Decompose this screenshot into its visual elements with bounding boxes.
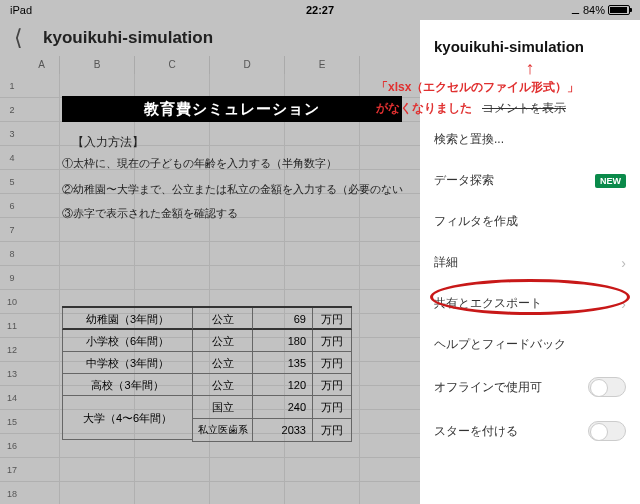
step-1: ①太枠に、現在の子どもの年齢を入力する（半角数字）	[62, 156, 337, 171]
col-E[interactable]: E	[285, 56, 360, 74]
battery-pct: 84%	[583, 4, 605, 16]
back-icon[interactable]: ⟨	[14, 25, 23, 51]
sheet-title-band: 教育費シミュレーション	[62, 96, 402, 122]
col-D[interactable]: D	[210, 56, 285, 74]
spreadsheet: A B C D E 1 2 3 4 5 6 7 8 9 10 11 12 13 …	[0, 56, 420, 504]
col-A[interactable]: A	[24, 56, 60, 74]
col-B[interactable]: B	[60, 56, 135, 74]
star-toggle[interactable]	[588, 421, 626, 441]
annotation-arrow: ↑	[420, 59, 640, 77]
menu-offline[interactable]: オフラインで使用可	[420, 365, 640, 409]
chevron-right-icon: ›	[621, 296, 626, 312]
menu-show-comments[interactable]: コメントを表示	[482, 100, 566, 117]
new-badge: NEW	[595, 174, 626, 188]
menu-explore[interactable]: データ探索NEW	[420, 160, 640, 201]
input-method-label: 【入力方法】	[72, 134, 144, 151]
step-2: ②幼稚園〜大学まで、公立または私立の金額を入力する（必要のない	[62, 182, 403, 197]
status-bar: iPad 22:27 ⚊ 84%	[0, 0, 640, 20]
bluetooth-icon: ⚊	[571, 5, 580, 16]
overflow-menu-panel: kyouikuhi-simulation ↑ 「xlsx（エクセルのファイル形式…	[420, 20, 640, 504]
annotation-line-2: がなくなりました	[370, 98, 478, 119]
panel-file-title: kyouikuhi-simulation	[420, 20, 640, 59]
offline-toggle[interactable]	[588, 377, 626, 397]
status-right: ⚊ 84%	[423, 4, 630, 16]
battery-icon	[608, 5, 630, 15]
education-cost-table: 幼稚園（3年間）公立69万円 小学校（6年間）公立180万円 中学校（3年間）公…	[62, 306, 352, 418]
menu-star[interactable]: スターを付ける	[420, 409, 640, 453]
menu-share-export[interactable]: 共有とエクスポート›	[420, 283, 640, 324]
col-C[interactable]: C	[135, 56, 210, 74]
file-title: kyouikuhi-simulation	[43, 28, 213, 48]
chevron-right-icon: ›	[621, 255, 626, 271]
menu-help-feedback[interactable]: ヘルプとフィードバック	[420, 324, 640, 365]
clock: 22:27	[217, 4, 424, 16]
menu-details[interactable]: 詳細›	[420, 242, 640, 283]
menu-find-replace[interactable]: 検索と置換...	[420, 119, 640, 160]
annotation-line-1: 「xlsx（エクセルのファイル形式）」	[370, 77, 640, 98]
menu-create-filter[interactable]: フィルタを作成	[420, 201, 640, 242]
device-label: iPad	[10, 4, 217, 16]
column-headers: A B C D E	[0, 56, 420, 74]
step-3: ③赤字で表示された金額を確認する	[62, 206, 238, 221]
